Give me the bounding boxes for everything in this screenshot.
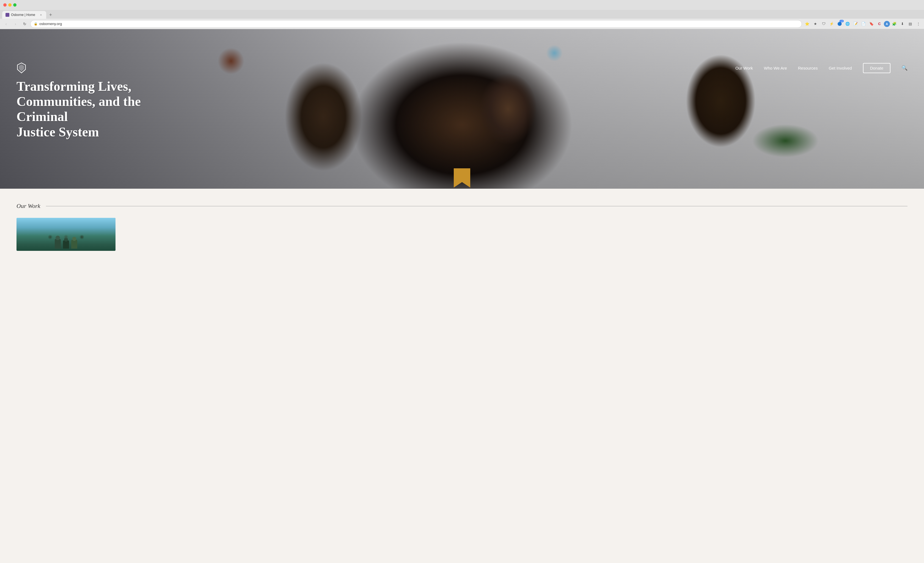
back-icon: ‹ (6, 22, 7, 26)
hero-title-line3: Justice System (16, 125, 99, 139)
hero-content: Transforming Lives, Communities, and the… (0, 29, 924, 140)
nav-who-we-are[interactable]: Who We Are (764, 66, 787, 71)
browser-tabs: Osborne | Home × + (0, 10, 924, 19)
extensions-row: 🛡 ⚡ 🔵 14 🌐 📝 📄 🔖 C A 🧩 ⬇ ▤ ⋮ (820, 20, 922, 27)
active-tab[interactable]: Osborne | Home × (2, 11, 46, 19)
extension-icon-7[interactable]: 🔖 (868, 20, 875, 27)
work-card-image-1 (16, 218, 116, 251)
tab-favicon (6, 13, 9, 17)
gold-bookmark-decoration (454, 168, 470, 189)
sidebar-icon[interactable]: ▤ (907, 20, 914, 27)
hero-title-line1: Transforming Lives, (16, 79, 132, 93)
extension-icon-1[interactable]: 🛡 (820, 20, 827, 27)
browser-toolbar: ‹ › ↻ 🔒 osborneny.org ⭐ ★ 🛡 ⚡ 🔵 14 🌐 (0, 19, 924, 29)
tab-close-button[interactable]: × (39, 13, 43, 17)
reload-icon: ↻ (23, 22, 26, 26)
our-work-cards (16, 218, 908, 251)
ssl-lock-icon: 🔒 (34, 22, 38, 26)
traffic-lights (3, 3, 16, 7)
forward-button[interactable]: › (12, 20, 19, 28)
extension-badge-count: 14 (840, 20, 844, 22)
work-card-1[interactable] (16, 218, 116, 251)
hero-section: Our Work Who We Are Resources Get Involv… (0, 29, 924, 189)
search-button[interactable]: 🔍 (902, 65, 908, 71)
extension-icon-8[interactable]: C (876, 20, 883, 27)
our-work-section: Our Work (0, 189, 924, 259)
logo-svg (16, 62, 26, 74)
svg-marker-0 (454, 168, 470, 188)
profile-avatar[interactable]: A (884, 21, 890, 27)
hero-title-line2: Communities, and the Criminal (16, 94, 141, 124)
chrome-menu-icon[interactable]: ⋮ (915, 20, 922, 27)
nav-links: Our Work Who We Are Resources Get Involv… (735, 63, 908, 73)
forward-icon: › (15, 22, 16, 26)
our-work-title: Our Work (16, 203, 40, 210)
url-display: osborneny.org (39, 22, 798, 26)
tab-title: Osborne | Home (11, 13, 38, 17)
website-content: Our Work Who We Are Resources Get Involv… (0, 29, 924, 259)
minimize-window-button[interactable] (8, 3, 12, 7)
browser-titlebar (0, 0, 924, 10)
nav-resources[interactable]: Resources (798, 66, 818, 71)
search-icon: 🔍 (902, 65, 908, 71)
browser-chrome: Osborne | Home × + ‹ › ↻ 🔒 osborneny.org… (0, 0, 924, 29)
extension-icon-5[interactable]: 📝 (852, 20, 859, 27)
browser-toolbar-icons: ⭐ ★ 🛡 ⚡ 🔵 14 🌐 📝 📄 🔖 C A 🧩 ⬇ ▤ ⋮ (804, 20, 922, 27)
extension-icon-6[interactable]: 📄 (860, 20, 867, 27)
section-divider (46, 206, 908, 206)
extension-icon-3[interactable]: 🔵 14 (836, 20, 843, 27)
site-navigation: Our Work Who We Are Resources Get Involv… (0, 58, 924, 78)
close-window-button[interactable] (3, 3, 7, 7)
fullscreen-window-button[interactable] (13, 3, 16, 7)
nav-get-involved[interactable]: Get Involved (829, 66, 852, 71)
extensions-puzzle-icon[interactable]: 🧩 (891, 20, 898, 27)
extension-icon-2[interactable]: ⚡ (828, 20, 835, 27)
bookmark-icon[interactable]: ⭐ (804, 20, 811, 27)
back-button[interactable]: ‹ (2, 20, 10, 28)
nav-our-work[interactable]: Our Work (735, 66, 753, 71)
star-icon[interactable]: ★ (812, 20, 819, 27)
donate-button[interactable]: Donate (863, 63, 891, 73)
address-bar[interactable]: 🔒 osborneny.org (30, 20, 802, 28)
site-logo[interactable] (16, 62, 26, 74)
our-work-header: Our Work (16, 203, 908, 210)
downloads-icon[interactable]: ⬇ (899, 20, 906, 27)
reload-button[interactable]: ↻ (21, 20, 28, 28)
new-tab-button[interactable]: + (47, 11, 54, 19)
hero-title: Transforming Lives, Communities, and the… (16, 79, 187, 140)
extension-icon-4[interactable]: 🌐 (844, 20, 851, 27)
